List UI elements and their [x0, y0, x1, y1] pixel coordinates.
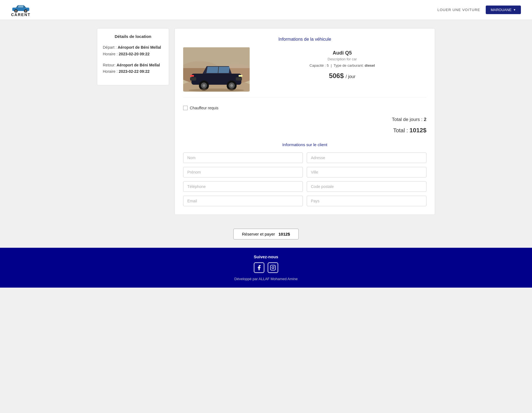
totals-section: Total de jours : 2 Total : 1012$: [183, 117, 426, 134]
depart-value: Aéroport de Béni Mellal: [118, 45, 161, 50]
nom-input[interactable]: [183, 153, 303, 163]
ville-input[interactable]: [307, 167, 426, 177]
email-input[interactable]: [183, 196, 303, 206]
svg-rect-10: [183, 47, 250, 68]
sidebar: Détails de location Départ : Aéroport de…: [97, 28, 169, 85]
fuel-value: diesel: [365, 63, 375, 68]
horaire-depart-label: Horaire :: [103, 52, 118, 56]
fuel-label: Type de carburant:: [334, 63, 364, 68]
horaire-retour-value: 2023-02-22 09:22: [119, 69, 150, 74]
footer: Suivez-nous Développé par ALLAF Mohamed …: [0, 248, 532, 288]
nav: LOUER UNE VOITURE MAROUANE ▼: [438, 6, 521, 14]
total-days: Total de jours : 2: [183, 117, 426, 122]
svg-rect-16: [190, 75, 194, 77]
svg-point-2: [15, 10, 17, 12]
sidebar-depart-section: Départ : Aéroport de Béni Mellal Horaire…: [103, 44, 163, 58]
svg-point-26: [274, 266, 275, 267]
svg-point-25: [272, 267, 274, 269]
instagram-icon[interactable]: [268, 262, 278, 273]
footer-credit: Développé par ALLAF Mohamed Amine: [6, 277, 526, 281]
svg-point-4: [25, 10, 27, 12]
reserve-area: Réserver et payer 1012$: [0, 223, 532, 248]
horaire-retour-label: Horaire :: [103, 69, 118, 74]
svg-rect-13: [236, 77, 242, 81]
retour-value: Aéroport de Béni Mellal: [117, 63, 160, 67]
svg-rect-24: [270, 265, 275, 270]
sidebar-title: Détails de location: [103, 34, 163, 39]
horaire-depart-value: 2023-02-20 09:22: [119, 52, 150, 56]
main-container: Détails de location Départ : Aéroport de…: [86, 20, 446, 223]
adresse-input[interactable]: [307, 153, 426, 163]
header: CARENT LOUER UNE VOITURE MAROUANE ▼: [0, 0, 532, 20]
logo-text: CARENT: [11, 12, 30, 17]
vehicle-image-svg: [183, 47, 250, 92]
depart-label: Départ :: [103, 45, 117, 50]
reserve-button[interactable]: Réserver et payer 1012$: [233, 229, 298, 239]
nav-louer-link[interactable]: LOUER UNE VOITURE: [438, 8, 480, 12]
footer-social-icons: [6, 262, 526, 273]
retour-label: Retour:: [103, 63, 116, 67]
vehicle-name: Audi Q5: [258, 50, 426, 56]
footer-follow-label: Suivez-nous: [6, 254, 526, 259]
facebook-icon[interactable]: [254, 262, 264, 273]
prenom-input[interactable]: [183, 167, 303, 177]
svg-rect-14: [190, 77, 196, 81]
form-section-title: Informations sur le client: [183, 142, 426, 147]
chauffeur-checkbox[interactable]: [183, 106, 188, 110]
vehicle-info: Audi Q5 Description for car Capacité : 5…: [183, 47, 426, 97]
vehicle-price: 506$ / jour: [258, 72, 426, 80]
capacity-label: Capacité :: [310, 63, 326, 68]
vehicle-section-title: Informations de la véhicule: [183, 37, 426, 42]
chauffeur-option: Chauffeur requis: [183, 106, 426, 110]
svg-point-22: [230, 84, 233, 87]
vehicle-description: Description for car: [258, 57, 426, 61]
chauffeur-label: Chauffeur requis: [190, 106, 218, 110]
pays-input[interactable]: [307, 196, 426, 206]
vehicle-details: Audi Q5 Description for car Capacité : 5…: [258, 47, 426, 92]
main-content: Informations de la véhicule: [175, 28, 435, 215]
sidebar-retour-section: Retour: Aéroport de Béni Mellal Horaire …: [103, 62, 163, 75]
customer-form: [183, 153, 426, 206]
vehicle-image: [183, 47, 250, 92]
total-price: Total : 1012$: [183, 127, 426, 134]
code-postal-input[interactable]: [307, 181, 426, 192]
capacity-value: 5: [327, 63, 329, 68]
svg-point-19: [203, 84, 205, 87]
telephone-input[interactable]: [183, 181, 303, 192]
user-menu-button[interactable]: MAROUANE ▼: [486, 6, 521, 14]
chevron-down-icon: ▼: [513, 8, 516, 11]
svg-rect-15: [239, 75, 242, 77]
logo: CARENT: [11, 3, 30, 17]
vehicle-specs: Capacité : 5 | Type de carburant: diesel: [258, 63, 426, 68]
logo-car-icon: [11, 3, 30, 12]
